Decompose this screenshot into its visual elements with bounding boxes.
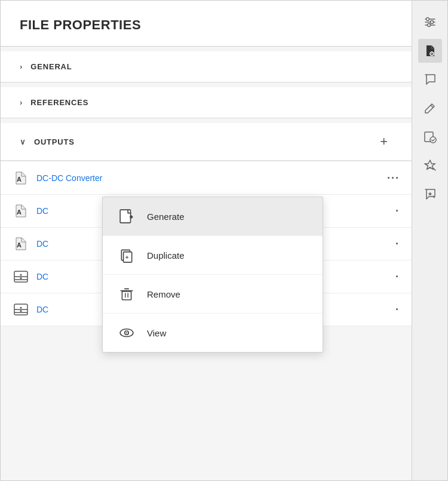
chevron-right-general: › <box>20 62 22 71</box>
menu-view-label: View <box>147 328 166 338</box>
section-references-label: REFERENCES <box>30 98 88 107</box>
chevron-down-outputs: ∨ <box>20 137 26 146</box>
svg-text:A: A <box>17 209 22 216</box>
section-references[interactable]: › REFERENCES <box>1 87 412 118</box>
outputs-left: ∨ OUTPUTS <box>20 137 75 146</box>
chat-star-icon <box>424 188 437 201</box>
section-general[interactable]: › GENERAL <box>1 51 412 82</box>
app-window: FILE PROPERTIES › GENERAL › REFERENCES ∨… <box>0 0 448 481</box>
section-outputs[interactable]: ∨ OUTPUTS + <box>1 123 412 161</box>
svg-point-29 <box>430 21 433 24</box>
svg-text:A: A <box>17 176 22 183</box>
drawer-icon-2 <box>13 301 29 318</box>
svg-point-28 <box>426 18 429 21</box>
sidebar-icon-file-settings[interactable] <box>418 39 442 63</box>
panel-header: FILE PROPERTIES <box>1 1 412 47</box>
share-star-icon <box>424 159 437 172</box>
generate-icon <box>117 207 136 226</box>
svg-point-19 <box>20 277 22 279</box>
menu-generate-label: Generate <box>147 212 185 222</box>
svg-line-33 <box>431 105 433 108</box>
svg-point-12 <box>126 332 127 333</box>
svg-text:A: A <box>17 241 22 249</box>
more-options-button-1[interactable]: ··· <box>387 172 400 185</box>
review-icon <box>424 130 437 143</box>
menu-remove-label: Remove <box>147 289 180 299</box>
more-options-button-2[interactable]: · <box>395 205 400 217</box>
remove-icon <box>117 284 136 304</box>
output-name-1: DC-DC Converter <box>36 173 387 183</box>
chevron-right-references: › <box>20 98 22 107</box>
menu-item-duplicate[interactable]: + Duplicate <box>103 236 323 275</box>
sliders-icon <box>424 16 437 29</box>
svg-text:+: + <box>125 254 129 261</box>
view-icon <box>117 323 136 342</box>
edit-icon <box>424 102 437 115</box>
panel-title: FILE PROPERTIES <box>20 17 392 33</box>
menu-item-generate[interactable]: Generate <box>103 197 323 236</box>
section-general-label: GENERAL <box>30 62 72 71</box>
svg-rect-1 <box>120 210 130 223</box>
output-item-1[interactable]: A DC-DC Converter ··· <box>1 162 412 195</box>
main-panel: FILE PROPERTIES › GENERAL › REFERENCES ∨… <box>1 1 412 480</box>
add-output-button[interactable]: + <box>380 134 388 149</box>
sidebar-icon-edit[interactable] <box>418 96 442 120</box>
svg-point-18 <box>20 274 22 276</box>
menu-item-remove[interactable]: Remove <box>103 275 323 314</box>
menu-item-view[interactable]: View <box>103 314 323 352</box>
adobe-icon-1: A <box>13 170 29 186</box>
duplicate-icon: + <box>117 246 136 265</box>
file-settings-icon <box>424 44 437 57</box>
more-options-button-3[interactable]: · <box>395 238 400 250</box>
svg-point-32 <box>431 53 432 54</box>
sidebar-icon-comment[interactable] <box>418 68 442 91</box>
sidebar-icon-sliders[interactable] <box>418 10 442 34</box>
context-menu: Generate + Duplicate <box>102 197 323 353</box>
svg-point-24 <box>20 310 22 312</box>
more-options-button-4[interactable]: · <box>395 271 400 283</box>
right-sidebar <box>412 1 447 480</box>
sidebar-icon-chat-star[interactable] <box>418 182 442 206</box>
adobe-icon-2: A <box>13 203 29 219</box>
adobe-icon-3: A <box>13 235 29 252</box>
section-outputs-label: OUTPUTS <box>34 137 75 146</box>
drawer-icon-1 <box>13 268 29 285</box>
svg-point-23 <box>20 307 22 309</box>
sidebar-icon-review[interactable] <box>418 125 442 149</box>
svg-point-30 <box>427 24 430 27</box>
output-list: A DC-DC Converter ··· <box>1 162 412 326</box>
sidebar-icon-share[interactable] <box>418 154 442 177</box>
svg-point-35 <box>430 137 436 143</box>
svg-rect-5 <box>122 292 131 300</box>
menu-duplicate-label: Duplicate <box>147 250 185 261</box>
comment-icon <box>424 73 437 86</box>
more-options-button-5[interactable]: · <box>395 304 400 316</box>
